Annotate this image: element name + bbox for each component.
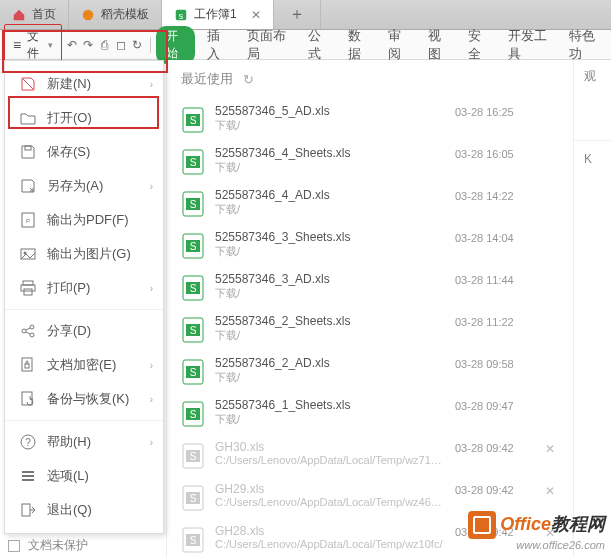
svg-text:S: S	[190, 535, 197, 546]
tab-special[interactable]: 特色功	[561, 27, 607, 63]
file-name: 525587346_5_AD.xls	[215, 104, 445, 118]
xls-icon: S	[181, 442, 205, 470]
tab-formula[interactable]: 公式	[300, 27, 336, 63]
file-name: 525587346_1_Sheets.xls	[215, 398, 445, 412]
file-time: 03-28 09:42	[455, 484, 535, 496]
file-time: 03-28 09:42	[455, 442, 535, 454]
undo-icon[interactable]: ↶	[66, 37, 78, 53]
svg-text:S: S	[190, 199, 197, 210]
xls-icon: S	[181, 190, 205, 218]
svg-text:P: P	[26, 218, 30, 224]
tab-pagelayout[interactable]: 页面布局	[239, 27, 295, 63]
menu-open[interactable]: 打开(O)	[5, 101, 163, 135]
file-item[interactable]: S525587346_1_Sheets.xls下载/03-28 09:47	[167, 392, 573, 434]
file-item[interactable]: SGH29.xlsC:/Users/Lenovo/AppData/Local/T…	[167, 476, 573, 518]
svg-text:s: s	[179, 10, 184, 20]
refresh-icon[interactable]: ↻	[131, 37, 143, 53]
tab-label: 首页	[32, 6, 56, 23]
file-item[interactable]: S525587346_2_AD.xls下载/03-28 09:58	[167, 350, 573, 392]
tab-label: 稻壳模板	[101, 6, 149, 23]
file-item[interactable]: SGH30.xlsC:/Users/Lenovo/AppData/Local/T…	[167, 434, 573, 476]
svg-rect-22	[22, 504, 30, 516]
ribbon: 文件 ▾ ↶ ↷ ⎙ ◻ ↻ 开始 插入 页面布局 公式 数据 审阅 视图 安全…	[0, 30, 611, 60]
redo-icon[interactable]: ↷	[82, 37, 94, 53]
menu-encrypt[interactable]: 文档加密(E)›	[5, 348, 163, 382]
file-time: 03-28 09:58	[455, 358, 535, 370]
refresh-icon[interactable]: ↻	[243, 72, 254, 87]
tab-security[interactable]: 安全	[460, 27, 496, 63]
xls-icon: S	[181, 274, 205, 302]
pdf-icon: P	[19, 211, 37, 229]
recent-label: 最近使用	[181, 70, 233, 88]
file-path: 下载/	[215, 118, 445, 133]
new-tab-button[interactable]: ＋	[274, 0, 321, 29]
svg-rect-15	[25, 364, 29, 368]
xls-icon: S	[181, 484, 205, 512]
home-icon	[12, 8, 26, 22]
svg-rect-10	[24, 289, 32, 295]
help-icon: ?	[19, 433, 37, 451]
file-item[interactable]: S525587346_2_Sheets.xls下载/03-28 11:22	[167, 308, 573, 350]
svg-text:S: S	[190, 241, 197, 252]
file-item[interactable]: SGH28.xlsC:/Users/Lenovo/AppData/Local/T…	[167, 518, 573, 557]
print-icon[interactable]: ⎙	[98, 37, 110, 53]
menu-new[interactable]: 新建(N)›	[5, 67, 163, 101]
file-time: 03-28 09:42	[455, 526, 535, 538]
hamburger-icon	[13, 37, 23, 53]
chevron-right-icon: ›	[150, 394, 153, 405]
chevron-right-icon: ›	[150, 283, 153, 294]
folder-icon	[19, 109, 37, 127]
lock-icon	[19, 356, 37, 374]
remove-icon[interactable]: ✕	[545, 526, 559, 540]
tab-review[interactable]: 审阅	[380, 27, 416, 63]
file-path: 下载/	[215, 160, 445, 175]
menu-exit[interactable]: 退出(Q)	[5, 493, 163, 527]
menu-options[interactable]: 选项(L)	[5, 459, 163, 493]
preview-icon[interactable]: ◻	[115, 37, 127, 53]
file-item[interactable]: S525587346_5_AD.xls下载/03-28 16:25	[167, 98, 573, 140]
file-item[interactable]: S525587346_3_AD.xls下载/03-28 11:44	[167, 266, 573, 308]
chevron-right-icon: ›	[150, 181, 153, 192]
svg-text:S: S	[190, 451, 197, 462]
sheet-icon: s	[174, 8, 188, 22]
file-item[interactable]: S525587346_4_AD.xls下载/03-28 14:22	[167, 182, 573, 224]
file-item[interactable]: S525587346_4_Sheets.xls下载/03-28 16:05	[167, 140, 573, 182]
svg-rect-21	[22, 479, 34, 481]
tab-start[interactable]: 开始	[156, 26, 195, 64]
file-name: GH30.xls	[215, 440, 445, 454]
menu-save[interactable]: 保存(S)	[5, 135, 163, 169]
svg-rect-20	[22, 475, 34, 477]
file-label: 文件	[27, 28, 44, 62]
tab-insert[interactable]: 插入	[199, 27, 235, 63]
svg-point-13	[30, 333, 34, 337]
checkbox-icon[interactable]	[8, 540, 20, 552]
tab-templates[interactable]: 稻壳模板	[69, 0, 162, 29]
file-time: 03-28 11:44	[455, 274, 535, 286]
svg-rect-19	[22, 471, 34, 473]
file-path: 下载/	[215, 202, 445, 217]
tab-view[interactable]: 视图	[420, 27, 456, 63]
svg-text:?: ?	[25, 437, 31, 448]
menu-help[interactable]: ?帮助(H)›	[5, 425, 163, 459]
svg-point-12	[30, 325, 34, 329]
remove-icon[interactable]: ✕	[545, 484, 559, 498]
tab-devtools[interactable]: 开发工具	[500, 27, 556, 63]
menu-saveas[interactable]: 另存为(A)›	[5, 169, 163, 203]
file-name: 525587346_4_Sheets.xls	[215, 146, 445, 160]
file-path: C:/Users/Lenovo/AppData/Local/Temp/wz466…	[215, 496, 445, 508]
menu-export-image[interactable]: 输出为图片(G)	[5, 237, 163, 271]
tab-data[interactable]: 数据	[340, 27, 376, 63]
close-icon[interactable]: ✕	[251, 8, 261, 22]
menu-backup[interactable]: 备份与恢复(K)›	[5, 382, 163, 416]
remove-icon[interactable]: ✕	[545, 442, 559, 456]
protection-status: 文档未保护	[28, 537, 88, 554]
menu-print[interactable]: 打印(P)›	[5, 271, 163, 305]
svg-rect-3	[25, 146, 31, 150]
file-path: 下载/	[215, 244, 445, 259]
svg-point-11	[22, 329, 26, 333]
tab-workbook[interactable]: s 工作簿1 ✕	[162, 0, 274, 29]
svg-rect-8	[23, 281, 33, 285]
menu-export-pdf[interactable]: P输出为PDF(F)	[5, 203, 163, 237]
menu-share[interactable]: 分享(D)	[5, 314, 163, 348]
file-item[interactable]: S525587346_3_Sheets.xls下载/03-28 14:04	[167, 224, 573, 266]
